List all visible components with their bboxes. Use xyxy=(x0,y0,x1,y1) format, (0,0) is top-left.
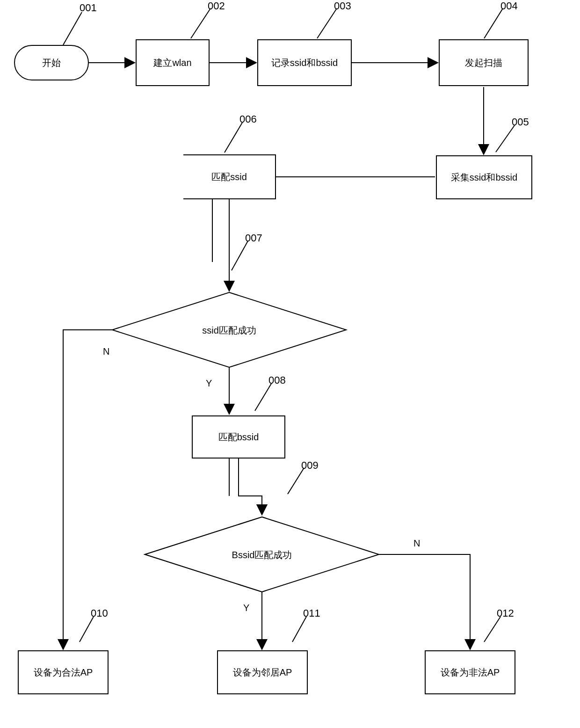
edge-y2: Y xyxy=(243,603,249,613)
result-neighbor-ap: 设备为邻居AP xyxy=(217,650,308,694)
decision-ssid-match: ssid匹配成功 xyxy=(112,292,346,367)
id-009: 009 xyxy=(301,459,319,472)
svg-line-4 xyxy=(317,8,337,38)
svg-line-6 xyxy=(496,125,515,152)
process-build-wlan: 建立wlan xyxy=(136,39,210,86)
edge-y1: Y xyxy=(206,378,212,389)
id-003: 003 xyxy=(334,0,351,12)
svg-line-29 xyxy=(229,459,271,515)
process-label: 采集ssid和bssid xyxy=(451,171,517,184)
start-label: 开始 xyxy=(42,57,61,69)
process-collect-ssid-bssid: 采集ssid和bssid xyxy=(436,155,532,199)
svg-line-5 xyxy=(484,8,503,38)
svg-line-21 xyxy=(212,199,229,290)
id-004: 004 xyxy=(500,0,518,12)
process-label: 匹配bssid xyxy=(218,431,259,444)
process-record-ssid-bssid: 记录ssid和bssid xyxy=(257,39,352,86)
svg-line-13 xyxy=(484,617,500,642)
svg-line-2 xyxy=(63,12,82,45)
id-010: 010 xyxy=(91,607,108,619)
id-007: 007 xyxy=(245,232,262,244)
svg-line-9 xyxy=(255,384,271,411)
svg-line-11 xyxy=(80,617,94,642)
id-008: 008 xyxy=(268,374,286,386)
flowchart-canvas: 开始 建立wlan 记录ssid和bssid 发起扫描 采集ssid和bssid… xyxy=(0,0,580,728)
edge-n1: N xyxy=(103,346,109,357)
decision-label: ssid匹配成功 xyxy=(112,324,346,337)
start-node: 开始 xyxy=(14,45,89,80)
process-match-bssid: 匹配bssid xyxy=(192,415,285,459)
svg-line-12 xyxy=(292,617,306,642)
id-001: 001 xyxy=(80,2,97,14)
id-006: 006 xyxy=(239,113,257,125)
decision-bssid-match: Bssid匹配成功 xyxy=(145,517,379,592)
process-label: 匹配ssid xyxy=(211,171,247,183)
edge-n2: N xyxy=(413,538,420,549)
id-002: 002 xyxy=(208,0,225,12)
cleanup-patch xyxy=(165,153,183,200)
result-label: 设备为邻居AP xyxy=(233,666,292,679)
svg-line-8 xyxy=(232,241,248,270)
svg-line-3 xyxy=(191,8,210,38)
id-012: 012 xyxy=(497,607,514,619)
result-label: 设备为合法AP xyxy=(34,666,93,679)
svg-line-10 xyxy=(288,468,304,494)
svg-line-7 xyxy=(225,123,242,153)
id-005: 005 xyxy=(512,116,529,128)
process-label: 建立wlan xyxy=(153,57,191,69)
process-match-ssid-fixed: 匹配ssid xyxy=(182,154,276,199)
process-start-scan: 发起扫描 xyxy=(439,39,529,86)
svg-line-22 xyxy=(212,199,229,290)
process-label: 记录ssid和bssid xyxy=(271,57,338,69)
result-label: 设备为非法AP xyxy=(441,666,500,679)
svg-line-35 xyxy=(243,459,262,515)
decision-label: Bssid匹配成功 xyxy=(145,549,379,561)
result-illegal-ap: 设备为非法AP xyxy=(425,650,515,694)
id-011: 011 xyxy=(303,607,320,619)
process-label: 发起扫描 xyxy=(465,57,502,69)
result-legit-ap: 设备为合法AP xyxy=(18,650,109,694)
